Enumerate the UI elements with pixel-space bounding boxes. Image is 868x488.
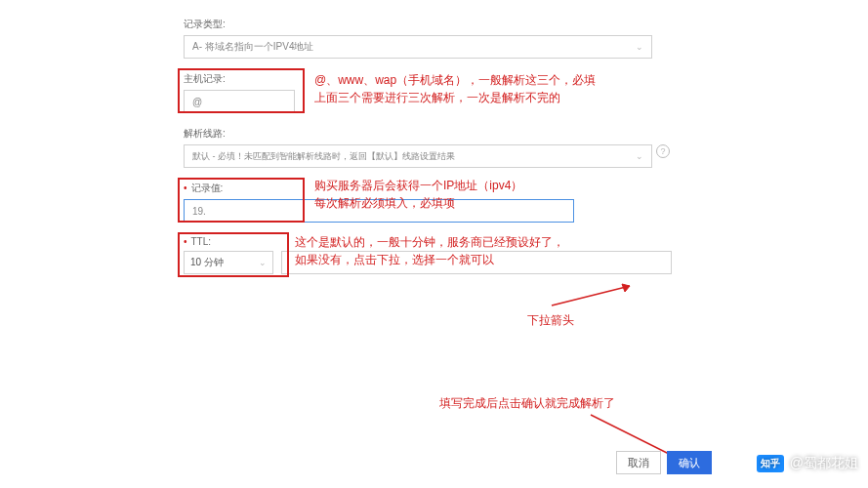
- help-icon[interactable]: ?: [656, 144, 670, 158]
- route-select[interactable]: 默认 - 必填！未匹配到智能解析线路时，返回【默认】线路设置结果 ⌄: [184, 144, 652, 168]
- svg-marker-1: [622, 284, 630, 292]
- chevron-down-icon: ⌄: [636, 42, 643, 52]
- chevron-down-icon: ⌄: [636, 151, 643, 161]
- route-label: 解析线路:: [184, 127, 672, 141]
- chevron-down-icon: ⌄: [259, 258, 267, 267]
- ttl-value: 10 分钟: [190, 256, 224, 269]
- host-annot-1: @、www、wap（手机域名），一般解析这三个，必填: [314, 72, 596, 89]
- route-value: 默认 - 必填！未匹配到智能解析线路时，返回【默认】线路设置结果: [192, 150, 455, 163]
- confirm-button[interactable]: 确认: [667, 451, 712, 474]
- record-type-label: 记录类型:: [184, 18, 672, 31]
- host-record-value: @: [192, 97, 202, 107]
- svg-line-0: [552, 286, 630, 305]
- zhihu-logo: 知乎: [757, 455, 784, 472]
- record-type-group: 记录类型: A- 将域名指向一个IPV4地址 ⌄: [184, 18, 672, 59]
- record-type-value: A- 将域名指向一个IPV4地址: [192, 40, 313, 54]
- watermark: 知乎 @蜀都花姐: [757, 455, 858, 472]
- dropdown-arrow-annot: 下拉箭头: [527, 312, 574, 329]
- record-type-select[interactable]: A- 将域名指向一个IPV4地址 ⌄: [184, 35, 652, 59]
- ttl-annot-1: 这个是默认的，一般十分钟，服务商已经预设好了，: [295, 234, 564, 251]
- ttl-select[interactable]: 10 分钟 ⌄: [184, 251, 273, 274]
- recval-annot-1: 购买服务器后会获得一个IP地址（ipv4）: [314, 178, 522, 194]
- host-annot-2: 上面三个需要进行三次解析，一次是解析不完的: [314, 90, 560, 106]
- watermark-author: @蜀都花姐: [790, 455, 858, 472]
- recval-annot-2: 每次解析必须填入，必填项: [314, 195, 455, 212]
- host-record-group: 主机记录: @ ? @、www、wap（手机域名），一般解析这三个，必填 上面三…: [184, 72, 672, 113]
- dns-form: 记录类型: A- 将域名指向一个IPV4地址 ⌄ 主机记录: @ ? @、www…: [184, 18, 672, 288]
- ttl-group: TTL: 10 分钟 ⌄ 这个是默认的，一般十分钟，服务商已经预设好了， 如果没…: [184, 236, 672, 274]
- button-row: 取消 确认: [616, 451, 712, 474]
- record-value-value: 19.: [192, 206, 206, 217]
- cancel-button[interactable]: 取消: [616, 451, 661, 474]
- route-group: 解析线路: 默认 - 必填！未匹配到智能解析线路时，返回【默认】线路设置结果 ⌄…: [184, 127, 672, 168]
- host-record-input[interactable]: @: [184, 90, 295, 113]
- arrow-icon: [547, 281, 644, 310]
- ttl-annot-2: 如果没有，点击下拉，选择一个就可以: [295, 252, 494, 268]
- record-value-group: 记录值: 19. 购买服务器后会获得一个IP地址（ipv4） 每次解析必须填入，…: [184, 182, 672, 223]
